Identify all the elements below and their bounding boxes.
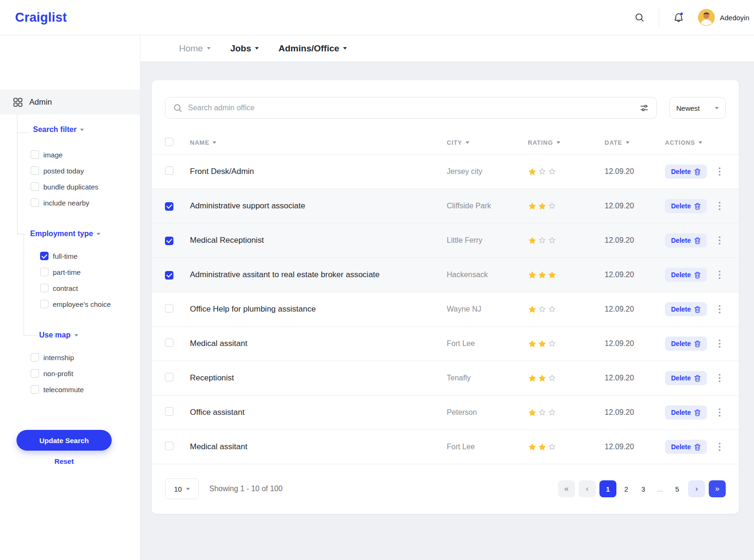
row-name[interactable]: Administrative support associate [190, 201, 447, 211]
row-menu-button[interactable] [714, 338, 725, 350]
row-menu-button[interactable] [714, 441, 725, 453]
row-checkbox[interactable] [165, 237, 173, 245]
row-name[interactable]: Office Help for plumbing assistance [190, 305, 447, 314]
row-checkbox[interactable] [165, 202, 173, 211]
column-header-city[interactable]: CITY [447, 139, 528, 146]
filter-option[interactable]: internship [31, 349, 140, 365]
sort-icon[interactable] [698, 141, 702, 144]
filter-option[interactable]: full-time [40, 248, 140, 264]
page-button-1[interactable]: 1 [599, 480, 616, 497]
delete-button[interactable]: Delete [665, 233, 707, 247]
filter-option[interactable]: bundle duplicates [31, 179, 140, 195]
sort-icon[interactable] [466, 141, 469, 144]
checkbox[interactable] [31, 385, 39, 394]
row-checkbox[interactable] [165, 442, 173, 450]
last-page-button[interactable]: » [709, 480, 726, 497]
page-button-5[interactable]: 5 [670, 480, 684, 497]
filter-option[interactable]: include nearby [31, 195, 140, 211]
row-menu-button[interactable] [714, 165, 725, 178]
checkbox[interactable] [40, 252, 49, 260]
filter-option[interactable]: non-profit [31, 365, 140, 381]
chevron-down-icon [255, 47, 259, 49]
filter-option[interactable]: employee’s choice [40, 296, 140, 312]
row-menu-button[interactable] [714, 372, 725, 384]
row-name[interactable]: Medical assitant [190, 442, 447, 452]
page-button-2[interactable]: 2 [619, 480, 633, 497]
nav-item-home[interactable]: Home [179, 43, 211, 54]
nav-item-jobs[interactable]: Jobs [230, 43, 259, 54]
first-page-button[interactable]: « [558, 480, 575, 497]
filter-option[interactable]: part-time [40, 264, 140, 280]
filter-sliders-icon[interactable] [639, 103, 649, 113]
app-logo[interactable]: Craiglist [15, 10, 67, 25]
search-button[interactable] [631, 9, 647, 25]
filter-group: Use mapinternshipnon-profittelecommute [0, 329, 140, 397]
delete-button[interactable]: Delete [665, 371, 707, 385]
row-checkbox[interactable] [165, 271, 173, 280]
user-menu[interactable]: Adedoyin [698, 9, 749, 26]
column-header-rating[interactable]: RATING [528, 139, 605, 146]
column-header-actions[interactable]: ACTIONS [665, 139, 726, 146]
checkbox[interactable] [31, 353, 39, 362]
filter-option[interactable]: contract [40, 280, 140, 296]
sort-icon[interactable] [213, 141, 216, 144]
row-name[interactable]: Medical Receptionist [190, 236, 447, 245]
checkbox[interactable] [31, 182, 39, 191]
filter-group-label[interactable]: Employment type [30, 228, 140, 239]
row-name[interactable]: Medical assitant [190, 339, 447, 348]
row-name[interactable]: Receptionist [190, 373, 447, 383]
row-menu-button[interactable] [714, 200, 725, 212]
filter-option[interactable]: telecommute [31, 381, 140, 397]
filter-option[interactable]: image [31, 147, 140, 163]
sort-icon[interactable] [626, 141, 630, 144]
sort-icon[interactable] [557, 141, 560, 144]
delete-button[interactable]: Delete [665, 302, 707, 316]
filter-option[interactable]: posted today [31, 163, 140, 179]
row-menu-button[interactable] [714, 303, 725, 315]
delete-button[interactable]: Delete [665, 405, 707, 420]
main-area: Home Jobs Admins/Office [140, 35, 754, 560]
row-checkbox[interactable] [165, 304, 173, 313]
select-all-checkbox[interactable] [165, 138, 173, 146]
row-name[interactable]: Administrative assitant to real estate b… [190, 270, 447, 280]
reset-link[interactable]: Reset [16, 457, 112, 465]
main-nav: Home Jobs Admins/Office [140, 35, 754, 61]
filter-group-label[interactable]: Use map [39, 329, 140, 341]
row-checkbox[interactable] [165, 166, 173, 175]
sort-dropdown[interactable]: Newest [669, 97, 726, 119]
next-page-button[interactable]: › [688, 480, 705, 497]
checkbox[interactable] [31, 198, 39, 207]
nav-item-admins-office[interactable]: Admins/Office [279, 43, 347, 54]
row-menu-button[interactable] [714, 269, 725, 281]
checkbox[interactable] [31, 369, 39, 378]
page-size-dropdown[interactable]: 10 [165, 478, 199, 499]
row-menu-button[interactable] [714, 406, 725, 419]
notifications-button[interactable] [671, 9, 687, 25]
row-name[interactable]: Front Desk/Admin [190, 167, 447, 176]
row-checkbox[interactable] [165, 407, 173, 416]
delete-button[interactable]: Delete [665, 268, 707, 282]
page-button-3[interactable]: 3 [636, 480, 650, 497]
delete-button[interactable]: Delete [665, 165, 707, 179]
column-header-date[interactable]: DATE [605, 139, 665, 146]
delete-button[interactable]: Delete [665, 440, 707, 454]
row-checkbox[interactable] [165, 373, 173, 381]
checkbox[interactable] [31, 150, 39, 159]
row-name[interactable]: Office assistant [190, 408, 447, 417]
row-checkbox[interactable] [165, 338, 173, 347]
filter-group-label[interactable]: Search filter [33, 124, 140, 135]
checkbox[interactable] [40, 300, 49, 308]
search-input[interactable] [188, 104, 634, 112]
delete-button[interactable]: Delete [665, 337, 707, 351]
row-menu-button[interactable] [714, 234, 725, 247]
sidebar-item-admin[interactable]: Admin [0, 90, 140, 115]
update-search-button[interactable]: Update Search [16, 430, 112, 451]
checkbox[interactable] [31, 166, 39, 175]
admin-search-box[interactable] [165, 97, 657, 119]
trash-icon [694, 168, 701, 175]
previous-page-button[interactable]: ‹ [579, 480, 596, 497]
checkbox[interactable] [40, 284, 49, 292]
column-header-name[interactable]: NAME [190, 139, 447, 146]
checkbox[interactable] [40, 268, 49, 276]
delete-button[interactable]: Delete [665, 199, 707, 213]
